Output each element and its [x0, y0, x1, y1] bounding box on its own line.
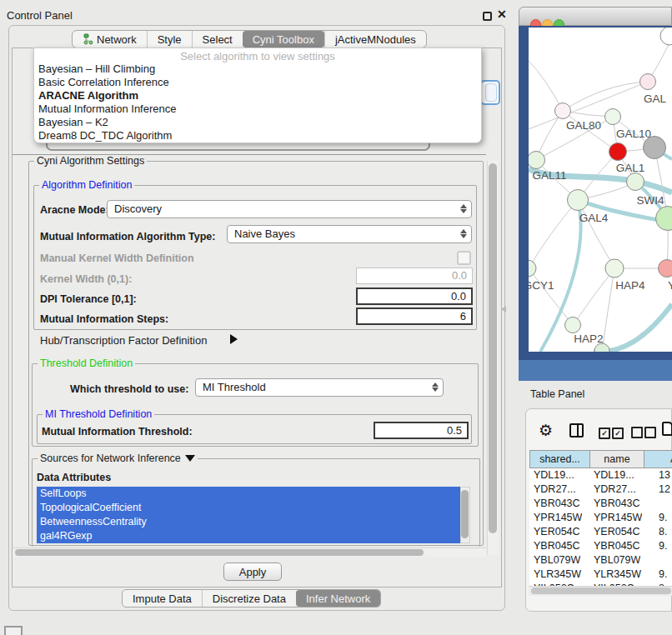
collapsed-panel-icon[interactable] [4, 626, 23, 635]
tab-infer-network[interactable]: Infer Network [296, 590, 380, 607]
sources-group-title: Sources for Network Inference [38, 452, 198, 464]
network-icon [83, 33, 93, 45]
expand-right-icon[interactable] [230, 334, 238, 344]
network-node-swi4[interactable] [656, 207, 672, 231]
dropdown-item-mutual-information-inference[interactable]: Mutual Information Inference [38, 102, 477, 116]
export-table-icon[interactable] [662, 422, 672, 436]
network-node-gal80[interactable] [555, 103, 571, 119]
node-label: GAL80 [566, 119, 601, 132]
tab-impute-data[interactable]: Impute Data [123, 590, 202, 607]
mi-threshold-input[interactable]: 0.5 [374, 422, 469, 439]
column-header-shared[interactable]: shared... [529, 451, 589, 468]
network-window-titlebar[interactable] [519, 7, 672, 26]
apply-button[interactable]: Apply [223, 562, 282, 581]
node-label: GCY1 [529, 279, 554, 292]
column-header-name[interactable]: name [589, 451, 644, 468]
dpi-tolerance-label: DPI Tolerance [0,1]: [40, 293, 137, 305]
cell: YDR27... [534, 482, 576, 497]
mi-threshold-label: Mutual Information Threshold: [42, 426, 193, 438]
dropdown-item-bayesian-hill-climbing[interactable]: Bayesian – Hill Climbing [38, 62, 477, 76]
attributes-scrollbar-thumb[interactable] [461, 490, 469, 538]
network-node-gal[interactable] [640, 74, 656, 90]
dropdown-item-dream8-dc-tdc-algorithm[interactable]: Dream8 DC_TDC Algorithm [38, 129, 477, 142]
tab-discretize-data[interactable]: Discretize Data [202, 590, 296, 607]
aracne-mode-select[interactable]: Discovery [107, 200, 472, 218]
mi-type-select[interactable]: Naive Bayes [227, 225, 472, 243]
gear-icon[interactable]: ⚙ [539, 421, 553, 440]
collapse-down-icon[interactable] [185, 455, 195, 462]
network-node-gal11[interactable] [529, 152, 545, 169]
network-edge [563, 82, 648, 111]
combo-fragment-stepper [485, 83, 497, 102]
which-threshold-value: MI Threshold [203, 381, 266, 393]
control-panel-tab-bar: NetworkStyleSelectCyni ToolboxjActiveMNo… [72, 30, 427, 48]
network-edge [529, 61, 563, 111]
split-columns-icon[interactable] [569, 423, 584, 438]
network-node-y[interactable] [659, 260, 672, 278]
column-header-a[interactable]: A [644, 451, 672, 468]
table-row[interactable]: YBL079WYBL079W [529, 553, 672, 568]
network-frame-band [519, 360, 672, 381]
node-label: Y [668, 279, 672, 292]
algorithm-definition-title: Algorithm Definition [39, 179, 134, 191]
attribute-topologicalcoefficient[interactable]: TopologicalCoefficient [37, 501, 460, 515]
attribute-betweennesscentrality[interactable]: BetweennessCentrality [37, 515, 460, 529]
node-label: GAL11 [532, 169, 566, 182]
network-node[interactable] [660, 28, 672, 45]
table-row[interactable]: YDR27...YDR27...12 [529, 482, 672, 497]
mi-steps-input[interactable]: 6 [356, 308, 473, 325]
tab-network[interactable]: Network [73, 31, 147, 48]
cell: 9. [659, 539, 667, 553]
node-label: HAP4 [615, 279, 645, 292]
cell: 12 [659, 482, 670, 497]
network-node-hap4[interactable] [605, 259, 624, 278]
network-node-gal10[interactable] [605, 109, 621, 125]
dropdown-item-basic-correlation-inference[interactable]: Basic Correlation Inference [38, 76, 477, 89]
table-row[interactable]: YPR145WYPR145W9. [529, 511, 672, 525]
hub-definition-toggle[interactable]: Hub/Transcription Factor Definition [40, 334, 207, 347]
dropdown-item-aracne-algorithm[interactable]: ARACNE Algorithm [38, 89, 477, 102]
panel-resize-arrow[interactable] [501, 306, 506, 312]
mi-type-value: Naive Bayes [234, 228, 295, 240]
table-row[interactable]: YER054CYER054C8. [529, 525, 672, 539]
tab-select[interactable]: Select [192, 31, 243, 48]
dpi-tolerance-input[interactable]: 0.0 [356, 288, 473, 305]
cell: 8. [659, 525, 667, 539]
kernel-width-input[interactable]: 0.0 [356, 268, 473, 284]
table-row[interactable]: YDL19...YDL19...13 [529, 468, 672, 482]
data-attributes-list[interactable]: SelfLoopsTopologicalCoefficientBetweenne… [37, 487, 460, 543]
network-node-gal4[interactable] [568, 190, 589, 211]
network-node-hap2[interactable] [565, 318, 581, 333]
float-window-icon[interactable] [483, 12, 492, 21]
settings-vertical-scrollbar-thumb[interactable] [489, 163, 497, 533]
table-row[interactable]: YBR045CYBR045C9. [529, 539, 672, 553]
manual-kernel-checkbox[interactable] [457, 251, 471, 265]
cell: YBR043C [594, 497, 640, 511]
cell: YPR145W [534, 511, 582, 525]
close-icon[interactable]: ✕ [497, 8, 507, 21]
network-node[interactable] [609, 143, 627, 161]
which-threshold-select[interactable]: MI Threshold [195, 378, 444, 397]
tab-style[interactable]: Style [147, 31, 192, 48]
table-row[interactable]: YLR345WYLR345W9. [529, 568, 672, 582]
algorithm-dropdown[interactable]: Select algorithm to view settings Bayesi… [33, 48, 482, 143]
cell: YER054C [594, 525, 640, 539]
cell: YBL079W [534, 553, 580, 568]
tab-jactivemnodules[interactable]: jActiveMNodules [324, 31, 426, 48]
tab-label: Cyni Toolbox [253, 33, 314, 46]
settings-horizontal-scrollbar-thumb[interactable] [15, 549, 424, 556]
mi-steps-label: Mutual Information Steps: [40, 313, 168, 325]
node-label: GAL1 [616, 162, 645, 174]
attribute-gal4rgexp[interactable]: gal4RGexp [37, 529, 460, 543]
network-node-gcy1[interactable] [529, 260, 536, 277]
tab-cyni-toolbox[interactable]: Cyni Toolbox [243, 31, 324, 48]
table-row[interactable]: YBR043CYBR043C [529, 497, 672, 511]
attribute-selfloops[interactable]: SelfLoops [37, 487, 460, 501]
network-canvas[interactable]: GALGAL80GAL10GAL1GAL11GAL4SWI4GCY1HAP4YH… [529, 28, 672, 352]
hide-columns-icon[interactable] [631, 427, 658, 441]
show-columns-icon[interactable]: ✓✓ [599, 427, 625, 439]
dropdown-item-bayesian-k2[interactable]: Bayesian – K2 [38, 116, 477, 129]
stepper-icon [431, 382, 439, 392]
table-horizontal-scrollbar-thumb[interactable] [531, 588, 671, 594]
network-node-gal1[interactable] [627, 173, 644, 191]
